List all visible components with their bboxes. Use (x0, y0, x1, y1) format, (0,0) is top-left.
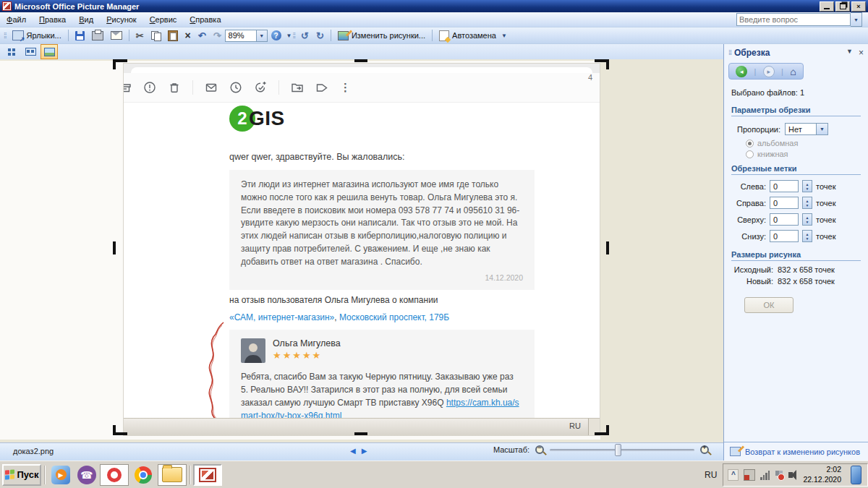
crop-handle-top-right[interactable] (606, 59, 609, 69)
tray-clock[interactable]: 2:02 22.12.2020 (801, 465, 843, 484)
tray-app-icon[interactable] (744, 469, 755, 481)
previous-picture-icon[interactable]: ◀ (350, 447, 356, 455)
show-desktop-icon[interactable] (851, 466, 861, 484)
portrait-radio-row: книжная (724, 147, 868, 158)
hide-icons-chevron[interactable]: ^ (728, 469, 739, 481)
crop-top-input[interactable]: 0 (770, 213, 799, 226)
cut-button[interactable]: ✂ (132, 29, 148, 43)
next-picture-icon[interactable]: ▶ (362, 447, 367, 455)
print-button[interactable] (88, 30, 107, 42)
zoom-dropdown-icon[interactable]: ▼ (257, 30, 268, 42)
thumbnail-view-button[interactable] (3, 44, 20, 59)
paste-button[interactable] (164, 29, 182, 43)
crop-bottom-label: Снизу: (724, 232, 766, 241)
picture-manager-task-button[interactable] (193, 464, 222, 486)
crop-handle-right[interactable] (606, 241, 609, 254)
single-view-button[interactable] (41, 44, 58, 59)
tray-box: ^ 2:02 22.12.2020 (723, 463, 868, 487)
complaint-quote-box: Эти люди из интернет магазина используют… (229, 170, 535, 290)
delete-icon: × (185, 30, 191, 41)
zoom-slider-thumb[interactable] (615, 444, 621, 456)
cut-icon: ✂ (136, 30, 144, 41)
menu-item-file[interactable]: Файл (0, 14, 33, 25)
crop-left-input[interactable]: 0 (770, 180, 799, 192)
edit-pictures-button[interactable]: Изменить рисунки... (334, 30, 429, 42)
proportions-select[interactable]: Нет ▼ (785, 123, 828, 135)
crop-left-unit: точек (816, 182, 835, 191)
crop-handle-bottom-right[interactable] (606, 425, 609, 435)
chrome-button[interactable] (129, 463, 158, 487)
link-separator: , (334, 312, 339, 322)
pane-header: ⁞⁞ Обрезка ▼ × (724, 44, 868, 61)
zoom-in-icon[interactable]: + (700, 445, 709, 454)
toolbar-separator (129, 30, 129, 41)
back-to-editing-link[interactable]: Возврат к изменению рисунков (745, 448, 860, 456)
company-link[interactable]: «САМ, интернет-магазин» (229, 312, 334, 322)
zoom-out-icon[interactable]: − (535, 445, 544, 454)
crop-handle-bottom[interactable] (354, 432, 367, 435)
move-to-folder-icon (291, 81, 304, 94)
menu-item-picture[interactable]: Рисунок (100, 14, 143, 25)
pane-close-icon[interactable]: × (859, 48, 864, 58)
zoom-input[interactable]: 89% (225, 30, 257, 42)
crop-right-input[interactable]: 0 (770, 197, 799, 209)
windows-taskbar: Пуск ▶ ☎ RU ^ 2:02 22 (0, 461, 868, 488)
menu-item-view[interactable]: Вид (72, 14, 100, 25)
filmstrip-view-button[interactable] (22, 44, 39, 59)
crop-top-spinner[interactable]: ▲▼ (802, 213, 812, 226)
crop-handle-left[interactable] (113, 241, 116, 254)
start-button[interactable]: Пуск (2, 464, 41, 486)
portrait-radio[interactable] (746, 150, 754, 158)
crop-handle-top[interactable] (354, 59, 367, 62)
crop-bottom-spinner[interactable]: ▲▼ (802, 230, 812, 242)
opera-button[interactable] (100, 464, 129, 486)
status-bar: доказ2.png ◀ ▶ Масштаб: − + (0, 442, 723, 461)
delete-button[interactable]: × (182, 28, 195, 43)
crop-left-spinner[interactable]: ▲▼ (802, 180, 812, 192)
zoom-slider[interactable] (550, 449, 694, 451)
security-alert-icon[interactable] (775, 470, 783, 480)
back-icon[interactable]: ◂ (736, 66, 747, 77)
address-link[interactable]: Московский проспект, 179Б (339, 312, 449, 322)
mail-button[interactable] (107, 30, 126, 41)
close-button[interactable]: × (851, 1, 866, 12)
redo-button[interactable]: ↷ (210, 29, 225, 43)
crop-bottom-input[interactable]: 0 (770, 230, 799, 242)
menu-item-edit[interactable]: Правка (33, 14, 72, 25)
viber-button[interactable]: ☎ (74, 463, 100, 487)
menu-item-help[interactable]: Справка (183, 14, 227, 25)
crop-right-spinner[interactable]: ▲▼ (802, 197, 812, 209)
autocorrect-button[interactable]: Автозамена (435, 29, 500, 43)
crop-handle-bottom-left[interactable] (113, 425, 116, 435)
rotate-left-button[interactable]: ↺ (297, 29, 312, 43)
crop-top-row: Сверху: 0 ▲▼ точек (724, 211, 868, 228)
landscape-radio[interactable] (746, 140, 754, 147)
volume-icon[interactable] (788, 472, 793, 478)
proportions-dropdown-icon[interactable]: ▼ (817, 123, 828, 135)
minimize-button[interactable] (820, 1, 834, 12)
media-player-button[interactable]: ▶ (48, 463, 74, 487)
crop-handle-top-left[interactable] (113, 59, 116, 69)
pane-dropdown-icon[interactable]: ▼ (846, 48, 853, 58)
toolbar-overflow-icon[interactable]: ▼ (286, 33, 292, 39)
undo-button[interactable]: ↶ (195, 29, 210, 43)
rotate-right-button[interactable]: ↻ (312, 29, 328, 43)
save-button[interactable] (72, 30, 88, 42)
file-manager-button[interactable] (158, 464, 187, 486)
language-indicator[interactable]: RU (699, 470, 723, 480)
question-input[interactable] (736, 13, 851, 26)
edited-picture[interactable]: ⋮ 4 2 GIS qwer qwer, здравствуйте. Вы жа… (123, 63, 600, 436)
restore-button[interactable] (835, 1, 850, 12)
review-author-block: Ольга Мигулева ★★★★★ (273, 338, 341, 361)
shortcuts-button[interactable]: Ярлыки... (9, 29, 65, 42)
toolbar-overflow-icon[interactable]: ▼ (501, 33, 507, 39)
network-signal-icon[interactable] (760, 470, 770, 480)
copy-button[interactable] (148, 30, 164, 42)
forward-icon[interactable]: ▸ (763, 66, 775, 77)
question-dropdown-icon[interactable]: ▼ (851, 12, 862, 27)
help-button[interactable]: ? (268, 29, 285, 42)
menu-item-service[interactable]: Сервис (143, 14, 184, 25)
ok-button[interactable]: ОК (744, 297, 793, 313)
home-icon[interactable]: ⌂ (790, 66, 796, 77)
report-spam-icon (143, 81, 156, 94)
